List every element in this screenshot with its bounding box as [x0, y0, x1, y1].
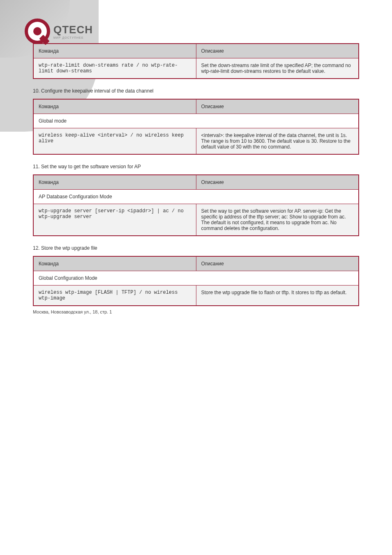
table-wtp-image: Команда Описание Global Configuration Mo… — [33, 256, 359, 306]
mode-row: AP Database Configuration Mode — [33, 190, 359, 204]
mode-row: Global mode — [33, 114, 359, 128]
section-title-10: 10. Configure the keepalive interval of … — [33, 88, 359, 94]
section-title-12: 12. Store the wtp upgrade file — [33, 245, 359, 251]
logo-mark — [25, 19, 50, 44]
command-cell: wtp-rate-limit down-streams rate / no wt… — [33, 58, 196, 79]
command-cell: wireless keep-alive <interval> / no wire… — [33, 128, 196, 155]
page-content: Команда Описание wtp-rate-limit down-str… — [0, 0, 392, 331]
col-header-command: Команда — [33, 175, 196, 190]
brand-logo: QTECH МИР ДОСТУПНЕЕ — [25, 19, 93, 44]
table-keepalive: Команда Описание Global mode wireless ke… — [33, 99, 359, 155]
col-header-description: Описание — [196, 175, 359, 190]
col-header-description: Описание — [196, 99, 359, 114]
top-table: Команда Описание wtp-rate-limit down-str… — [33, 43, 359, 79]
col-header-description: Описание — [196, 44, 359, 58]
col-header-command: Команда — [33, 44, 196, 58]
description-cell: Store the wtp upgrade file to flash or t… — [196, 286, 359, 306]
section-title-11: 11. Set the way to get the software vers… — [33, 164, 359, 170]
description-cell: Set the way to get the software version … — [196, 204, 359, 236]
description-cell: <interval>: the keepalive interval of th… — [196, 128, 359, 155]
logo-tagline: МИР ДОСТУПНЕЕ — [53, 36, 93, 39]
command-cell: wtp-upgrade server [server-ip <ipaddr>] … — [33, 204, 196, 236]
col-header-command: Команда — [33, 99, 196, 114]
command-cell: wireless wtp-image [FLASH | TFTP] / no w… — [33, 286, 196, 306]
col-header-description: Описание — [196, 256, 359, 271]
col-header-command: Команда — [33, 256, 196, 271]
mode-row: Global Configuration Mode — [33, 271, 359, 286]
description-cell: Set the down-streams rate limit of the s… — [196, 58, 359, 79]
table-wtp-upgrade: Команда Описание AP Database Configurati… — [33, 174, 359, 236]
logo-brand-text: QTECH — [53, 23, 93, 36]
